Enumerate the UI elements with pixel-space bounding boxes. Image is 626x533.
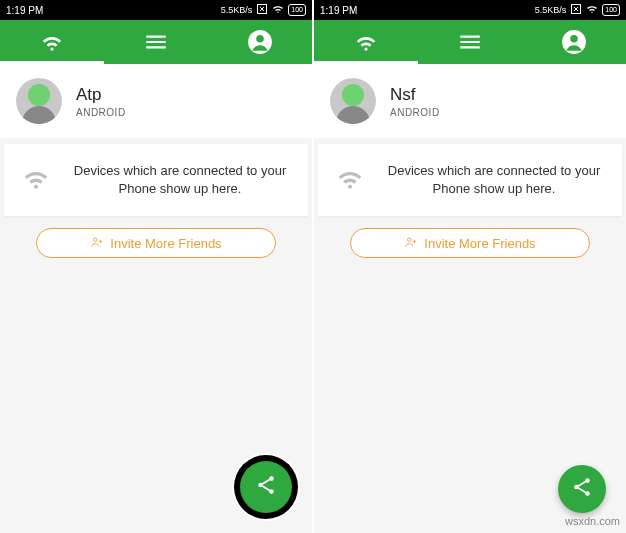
wifi-icon: [20, 162, 52, 198]
wifi-icon: [334, 162, 366, 198]
invite-label: Invite More Friends: [424, 236, 535, 251]
avatar: [16, 78, 62, 124]
devices-card: Devices which are connected to your Phon…: [4, 144, 308, 216]
invite-friends-button[interactable]: Invite More Friends: [350, 228, 590, 258]
phone-screen-left: 1:19 PM 5.5KB/s 100 Atp ANDROID Devices …: [0, 0, 312, 533]
share-fab[interactable]: [558, 465, 606, 513]
tab-wifi[interactable]: [314, 20, 418, 64]
watermark: wsxdn.com: [565, 515, 620, 527]
status-bar: 1:19 PM 5.5KB/s 100: [0, 0, 312, 20]
tab-menu[interactable]: [104, 20, 208, 64]
close-square-icon: [256, 3, 268, 17]
devices-message: Devices which are connected to your Phon…: [382, 162, 606, 198]
app-bar: [314, 20, 626, 64]
invite-friends-button[interactable]: Invite More Friends: [36, 228, 276, 258]
wifi-icon: [586, 3, 598, 17]
avatar: [330, 78, 376, 124]
profile-name: Atp: [76, 85, 126, 105]
profile-name: Nsf: [390, 85, 440, 105]
wifi-icon: [272, 3, 284, 17]
tab-wifi[interactable]: [0, 20, 104, 64]
share-icon: [255, 474, 277, 500]
profile-platform: ANDROID: [76, 107, 126, 118]
profile-card[interactable]: Nsf ANDROID: [314, 64, 626, 138]
status-right: 5.5KB/s 100: [221, 3, 306, 17]
battery-icon: 100: [288, 4, 306, 16]
phone-screen-right: 1:19 PM 5.5KB/s 100 Nsf ANDROID Devices …: [314, 0, 626, 533]
profile-card[interactable]: Atp ANDROID: [0, 64, 312, 138]
invite-icon: [90, 235, 104, 252]
svg-point-10: [408, 238, 412, 242]
invite-label: Invite More Friends: [110, 236, 221, 251]
devices-message: Devices which are connected to your Phon…: [68, 162, 292, 198]
status-time: 1:19 PM: [320, 5, 357, 16]
svg-point-3: [94, 238, 98, 242]
status-bar: 1:19 PM 5.5KB/s 100: [314, 0, 626, 20]
network-speed: 5.5KB/s: [535, 5, 567, 15]
status-time: 1:19 PM: [6, 5, 43, 16]
share-icon: [571, 476, 593, 502]
svg-point-2: [256, 35, 264, 43]
svg-point-9: [570, 35, 578, 43]
tab-menu[interactable]: [418, 20, 522, 64]
app-bar: [0, 20, 312, 64]
network-speed: 5.5KB/s: [221, 5, 253, 15]
invite-icon: [404, 235, 418, 252]
status-right: 5.5KB/s 100: [535, 3, 620, 17]
tab-profile[interactable]: [522, 20, 626, 64]
close-square-icon: [570, 3, 582, 17]
profile-platform: ANDROID: [390, 107, 440, 118]
share-fab[interactable]: [240, 461, 292, 513]
battery-icon: 100: [602, 4, 620, 16]
tab-profile[interactable]: [208, 20, 312, 64]
devices-card: Devices which are connected to your Phon…: [318, 144, 622, 216]
